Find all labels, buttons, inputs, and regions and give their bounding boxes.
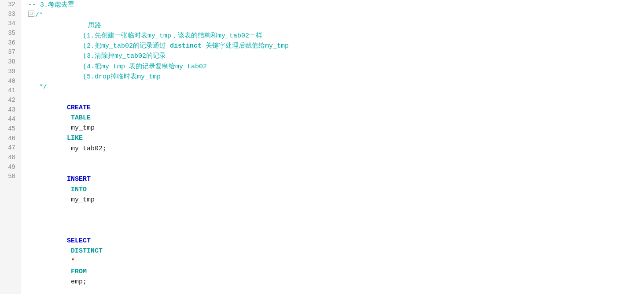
fold-icon-33[interactable]: □ bbox=[28, 11, 34, 17]
ln-38: 38 bbox=[4, 57, 17, 67]
code-line-33: □/* bbox=[28, 10, 644, 20]
ln-43: 43 bbox=[4, 105, 17, 115]
ln-49: 49 bbox=[4, 163, 17, 172]
code-text-33: /* bbox=[35, 10, 43, 20]
ln-35: 35 bbox=[4, 29, 17, 38]
code-line-43: SELECT DISTINCT * FROM emp; bbox=[28, 215, 644, 294]
ln-32: 32 bbox=[4, 0, 17, 10]
ln-39: 39 bbox=[4, 67, 17, 77]
ln-41: 41 bbox=[4, 86, 17, 96]
code-line-35: (1.先创建一张临时表my_tmp，该表的结构和my_tab02一样 bbox=[28, 31, 644, 41]
code-line-39: (5.drop掉临时表my_tmp bbox=[28, 72, 644, 82]
code-text-36: (2.把my_tab02的记录通过 distinct 关键字处理后赋值给my_t… bbox=[35, 41, 289, 51]
code-text-35: (1.先创建一张临时表my_tmp，该表的结构和my_tab02一样 bbox=[35, 31, 262, 41]
line-numbers: 32 33 34 35 36 37 38 39 40 41 42 43 44 4… bbox=[0, 0, 21, 294]
ln-34: 34 bbox=[4, 19, 17, 29]
code-text-37: (3.清除掉my_tab02的记录 bbox=[35, 51, 166, 61]
code-text-38: (4.把my_tmp 表的记录复制给my_tab02 bbox=[35, 62, 207, 72]
code-text-41: CREATE TABLE my_tmp LIKE my_tab02; bbox=[35, 92, 107, 164]
ln-42: 42 bbox=[4, 96, 17, 105]
code-line-40: */ bbox=[28, 82, 644, 92]
ln-45: 45 bbox=[4, 124, 17, 134]
ln-47: 47 bbox=[4, 143, 17, 153]
ln-44: 44 bbox=[4, 115, 17, 124]
code-line-38: (4.把my_tmp 表的记录复制给my_tab02 bbox=[28, 62, 644, 72]
code-text-39: (5.drop掉临时表my_tmp bbox=[35, 72, 161, 82]
ln-33: 33 bbox=[4, 10, 17, 19]
code-text-42: INSERT INTO my_tmp bbox=[35, 164, 95, 215]
code-text-32: -- 3.考虑去重 bbox=[28, 0, 74, 10]
ln-46: 46 bbox=[4, 134, 17, 144]
code-line-32: -- 3.考虑去重 bbox=[28, 0, 644, 10]
ln-37: 37 bbox=[4, 48, 17, 57]
code-text-34: 思路 bbox=[35, 21, 101, 31]
ln-50: 50 bbox=[4, 172, 17, 182]
code-text-40: */ bbox=[35, 82, 47, 92]
ln-40: 40 bbox=[4, 77, 17, 86]
code-line-36: (2.把my_tab02的记录通过 distinct 关键字处理后赋值给my_t… bbox=[28, 41, 644, 51]
code-text-43: SELECT DISTINCT * FROM emp; bbox=[35, 215, 103, 294]
code-line-41: CREATE TABLE my_tmp LIKE my_tab02; bbox=[28, 92, 644, 164]
code-line-42: INSERT INTO my_tmp bbox=[28, 164, 644, 215]
code-line-34: 思路 bbox=[28, 21, 644, 31]
code-editor: 32 33 34 35 36 37 38 39 40 41 42 43 44 4… bbox=[0, 0, 644, 294]
code-line-37: (3.清除掉my_tab02的记录 bbox=[28, 51, 644, 61]
code-content: -- 3.考虑去重 □/* 思路 (1.先创建一张临时表my_tmp，该表的结构… bbox=[21, 0, 644, 294]
ln-48: 48 bbox=[4, 153, 17, 163]
ln-36: 36 bbox=[4, 38, 17, 48]
